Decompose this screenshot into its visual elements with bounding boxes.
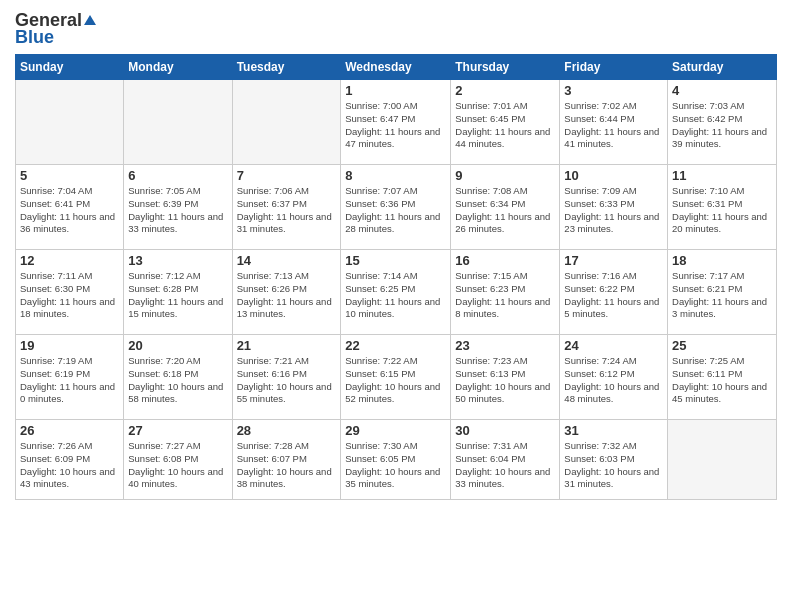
day-info: Sunrise: 7:13 AMSunset: 6:26 PMDaylight:… [237,270,337,321]
day-number: 24 [564,338,663,353]
day-number: 7 [237,168,337,183]
day-number: 11 [672,168,772,183]
day-cell: 24Sunrise: 7:24 AMSunset: 6:12 PMDayligh… [560,335,668,420]
day-info: Sunrise: 7:04 AMSunset: 6:41 PMDaylight:… [20,185,119,236]
day-cell: 7Sunrise: 7:06 AMSunset: 6:37 PMDaylight… [232,165,341,250]
day-cell: 31Sunrise: 7:32 AMSunset: 6:03 PMDayligh… [560,420,668,500]
day-number: 8 [345,168,446,183]
day-number: 6 [128,168,227,183]
day-cell: 14Sunrise: 7:13 AMSunset: 6:26 PMDayligh… [232,250,341,335]
day-info: Sunrise: 7:08 AMSunset: 6:34 PMDaylight:… [455,185,555,236]
day-number: 28 [237,423,337,438]
day-cell: 26Sunrise: 7:26 AMSunset: 6:09 PMDayligh… [16,420,124,500]
day-number: 12 [20,253,119,268]
day-number: 17 [564,253,663,268]
day-number: 13 [128,253,227,268]
day-number: 1 [345,83,446,98]
page: General Blue SundayMondayTuesdayWednesda… [0,0,792,612]
day-info: Sunrise: 7:30 AMSunset: 6:05 PMDaylight:… [345,440,446,491]
day-number: 19 [20,338,119,353]
day-info: Sunrise: 7:16 AMSunset: 6:22 PMDaylight:… [564,270,663,321]
day-cell: 13Sunrise: 7:12 AMSunset: 6:28 PMDayligh… [124,250,232,335]
day-number: 29 [345,423,446,438]
day-number: 3 [564,83,663,98]
day-info: Sunrise: 7:14 AMSunset: 6:25 PMDaylight:… [345,270,446,321]
day-number: 16 [455,253,555,268]
day-number: 23 [455,338,555,353]
day-cell: 8Sunrise: 7:07 AMSunset: 6:36 PMDaylight… [341,165,451,250]
col-header-monday: Monday [124,55,232,80]
day-number: 2 [455,83,555,98]
day-info: Sunrise: 7:28 AMSunset: 6:07 PMDaylight:… [237,440,337,491]
day-cell: 25Sunrise: 7:25 AMSunset: 6:11 PMDayligh… [668,335,777,420]
day-cell: 27Sunrise: 7:27 AMSunset: 6:08 PMDayligh… [124,420,232,500]
day-number: 21 [237,338,337,353]
day-cell: 19Sunrise: 7:19 AMSunset: 6:19 PMDayligh… [16,335,124,420]
col-header-saturday: Saturday [668,55,777,80]
day-info: Sunrise: 7:25 AMSunset: 6:11 PMDaylight:… [672,355,772,406]
day-number: 30 [455,423,555,438]
day-info: Sunrise: 7:23 AMSunset: 6:13 PMDaylight:… [455,355,555,406]
week-row-1: 1Sunrise: 7:00 AMSunset: 6:47 PMDaylight… [16,80,777,165]
day-number: 10 [564,168,663,183]
day-cell: 9Sunrise: 7:08 AMSunset: 6:34 PMDaylight… [451,165,560,250]
calendar: SundayMondayTuesdayWednesdayThursdayFrid… [15,54,777,500]
day-info: Sunrise: 7:17 AMSunset: 6:21 PMDaylight:… [672,270,772,321]
day-info: Sunrise: 7:20 AMSunset: 6:18 PMDaylight:… [128,355,227,406]
day-info: Sunrise: 7:02 AMSunset: 6:44 PMDaylight:… [564,100,663,151]
day-cell: 30Sunrise: 7:31 AMSunset: 6:04 PMDayligh… [451,420,560,500]
day-cell: 15Sunrise: 7:14 AMSunset: 6:25 PMDayligh… [341,250,451,335]
calendar-header-row: SundayMondayTuesdayWednesdayThursdayFrid… [16,55,777,80]
day-info: Sunrise: 7:21 AMSunset: 6:16 PMDaylight:… [237,355,337,406]
day-info: Sunrise: 7:11 AMSunset: 6:30 PMDaylight:… [20,270,119,321]
day-number: 27 [128,423,227,438]
header: General Blue [15,10,777,48]
day-info: Sunrise: 7:09 AMSunset: 6:33 PMDaylight:… [564,185,663,236]
day-cell [232,80,341,165]
day-number: 15 [345,253,446,268]
day-info: Sunrise: 7:12 AMSunset: 6:28 PMDaylight:… [128,270,227,321]
week-row-5: 26Sunrise: 7:26 AMSunset: 6:09 PMDayligh… [16,420,777,500]
day-number: 14 [237,253,337,268]
day-info: Sunrise: 7:22 AMSunset: 6:15 PMDaylight:… [345,355,446,406]
day-number: 18 [672,253,772,268]
day-info: Sunrise: 7:27 AMSunset: 6:08 PMDaylight:… [128,440,227,491]
day-info: Sunrise: 7:32 AMSunset: 6:03 PMDaylight:… [564,440,663,491]
logo-triangle-icon [84,15,96,25]
day-info: Sunrise: 7:07 AMSunset: 6:36 PMDaylight:… [345,185,446,236]
day-cell: 12Sunrise: 7:11 AMSunset: 6:30 PMDayligh… [16,250,124,335]
day-info: Sunrise: 7:31 AMSunset: 6:04 PMDaylight:… [455,440,555,491]
day-cell: 28Sunrise: 7:28 AMSunset: 6:07 PMDayligh… [232,420,341,500]
day-cell: 20Sunrise: 7:20 AMSunset: 6:18 PMDayligh… [124,335,232,420]
day-info: Sunrise: 7:03 AMSunset: 6:42 PMDaylight:… [672,100,772,151]
day-cell: 16Sunrise: 7:15 AMSunset: 6:23 PMDayligh… [451,250,560,335]
day-cell: 4Sunrise: 7:03 AMSunset: 6:42 PMDaylight… [668,80,777,165]
day-cell: 1Sunrise: 7:00 AMSunset: 6:47 PMDaylight… [341,80,451,165]
day-cell: 22Sunrise: 7:22 AMSunset: 6:15 PMDayligh… [341,335,451,420]
day-cell: 21Sunrise: 7:21 AMSunset: 6:16 PMDayligh… [232,335,341,420]
day-cell: 2Sunrise: 7:01 AMSunset: 6:45 PMDaylight… [451,80,560,165]
col-header-tuesday: Tuesday [232,55,341,80]
day-number: 25 [672,338,772,353]
day-info: Sunrise: 7:01 AMSunset: 6:45 PMDaylight:… [455,100,555,151]
day-cell: 17Sunrise: 7:16 AMSunset: 6:22 PMDayligh… [560,250,668,335]
day-cell: 18Sunrise: 7:17 AMSunset: 6:21 PMDayligh… [668,250,777,335]
day-number: 20 [128,338,227,353]
day-cell: 5Sunrise: 7:04 AMSunset: 6:41 PMDaylight… [16,165,124,250]
day-cell: 3Sunrise: 7:02 AMSunset: 6:44 PMDaylight… [560,80,668,165]
day-info: Sunrise: 7:00 AMSunset: 6:47 PMDaylight:… [345,100,446,151]
day-cell [124,80,232,165]
col-header-sunday: Sunday [16,55,124,80]
day-info: Sunrise: 7:05 AMSunset: 6:39 PMDaylight:… [128,185,227,236]
col-header-thursday: Thursday [451,55,560,80]
day-cell: 23Sunrise: 7:23 AMSunset: 6:13 PMDayligh… [451,335,560,420]
week-row-2: 5Sunrise: 7:04 AMSunset: 6:41 PMDaylight… [16,165,777,250]
col-header-wednesday: Wednesday [341,55,451,80]
day-info: Sunrise: 7:24 AMSunset: 6:12 PMDaylight:… [564,355,663,406]
day-number: 31 [564,423,663,438]
day-number: 22 [345,338,446,353]
day-cell [668,420,777,500]
logo: General Blue [15,10,96,48]
col-header-friday: Friday [560,55,668,80]
day-info: Sunrise: 7:10 AMSunset: 6:31 PMDaylight:… [672,185,772,236]
